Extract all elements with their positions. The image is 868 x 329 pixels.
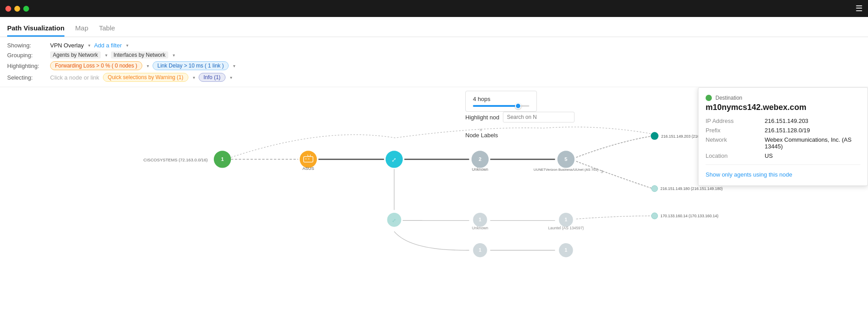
dest-node-1[interactable] <box>651 132 658 139</box>
tab-path-visualization[interactable]: Path Visualization <box>7 24 64 37</box>
dest-node-2-label: 216.151.149.180 (216.151.149.180) <box>660 186 723 191</box>
node-2-label: 2 <box>479 156 481 162</box>
maximize-button[interactable] <box>23 6 29 12</box>
showing-label: Showing: <box>7 42 47 49</box>
info-pill[interactable]: Info (1) <box>199 73 226 82</box>
selecting-row: Selecting: Click a node or link Quick se… <box>7 72 861 83</box>
controls-bar: Showing: VPN Overlay ▾ Add a filter ▾ Gr… <box>0 37 868 87</box>
grouping2-arrow[interactable]: ▾ <box>173 53 175 58</box>
location-label: Location <box>706 152 759 159</box>
hops-slider-fill <box>473 105 518 107</box>
destination-name: m10nymcs142.webex.com <box>706 103 860 112</box>
highlighting-row: Highlighting: Forwarding Loss > 0 % ( 0 … <box>7 60 861 72</box>
hops-slider-thumb[interactable] <box>515 103 521 109</box>
node-1c-sublabel: Launtel (AS 134597) <box>548 226 584 230</box>
node-2-sublabel: Unknown <box>472 167 488 172</box>
source-label: CISCOSYSTEMS (72.163.0.0/16) <box>143 157 208 162</box>
asus-node-label: ASUS <box>302 166 314 171</box>
traffic-lights <box>5 6 29 12</box>
visualization-area: Showing data from 4 hops Highlight nod N… <box>0 87 868 329</box>
hops-label: 4 hops <box>473 96 529 102</box>
node-5-sublabel: UUNETVerizon Business/UUnet (AS 701) <box>534 168 599 172</box>
node-1-label: 1 <box>221 156 224 162</box>
hamburger-menu[interactable]: ☰ <box>855 4 863 13</box>
ip-address-label: IP Address <box>706 118 759 124</box>
edge-lower1 <box>394 232 469 250</box>
grouping1-tag[interactable]: Agents by Network <box>50 51 101 59</box>
showing-row: Showing: VPN Overlay ▾ Add a filter ▾ <box>7 41 861 50</box>
info-arrow[interactable]: ▾ <box>230 75 232 80</box>
edge-n1c-dest3 <box>576 216 653 219</box>
edge-n5-dest2 <box>576 161 653 189</box>
hops-panel: 4 hops <box>465 91 537 112</box>
selecting-label: Selecting: <box>7 74 47 81</box>
location-value: US <box>765 152 860 159</box>
grouping2-tag[interactable]: Interfaces by Network <box>111 51 168 59</box>
highlight1-arrow[interactable]: ▾ <box>147 63 149 68</box>
click-node-hint: Click a node or link <box>50 74 99 81</box>
quick-selections-pill[interactable]: Quick selections by Warning (1) <box>103 73 188 82</box>
grouping1-arrow[interactable]: ▾ <box>105 53 107 58</box>
highlight1-pill[interactable]: Forwarding Loss > 0 % ( 0 nodes ) <box>50 61 142 70</box>
x-mark: × <box>479 127 482 133</box>
hops-slider-track[interactable] <box>473 105 529 107</box>
highlight2-arrow[interactable]: ▾ <box>233 63 235 68</box>
tooltip-panel: Destination m10nymcs142.webex.com IP Add… <box>698 87 868 186</box>
tab-map[interactable]: Map <box>75 24 88 37</box>
tab-table[interactable]: Table <box>99 24 115 37</box>
highlight2-pill[interactable]: Link Delay > 10 ms ( 1 link ) <box>153 61 229 70</box>
destination-label: Destination <box>715 95 742 101</box>
expand2-icon: ⤢ <box>392 218 396 223</box>
dest-node-3[interactable] <box>651 213 658 219</box>
prefix-label: Prefix <box>706 127 759 134</box>
expand1-icon: ⤢ <box>391 156 396 163</box>
node-5-label: 5 <box>565 156 567 162</box>
node-1e-label: 1 <box>565 248 567 253</box>
header: Path Visualization Map Table <box>0 17 868 37</box>
showing-value: VPN Overlay <box>50 42 84 49</box>
network-label: Network <box>706 136 759 150</box>
titlebar: ☰ <box>0 0 868 17</box>
path-number-3: 3 <box>601 169 603 174</box>
main-content: Path Visualization Map Table Showing: VP… <box>0 17 868 329</box>
node-1b-sublabel: Unknown <box>472 226 488 230</box>
tooltip-action-link[interactable]: Show only agents using this node <box>706 171 792 178</box>
grouping-label: Grouping: <box>7 52 47 59</box>
showing-dropdown-arrow[interactable]: ▾ <box>88 43 90 48</box>
hops-slider-row <box>473 105 529 107</box>
node-1c-label: 1 <box>565 217 567 222</box>
destination-dot <box>706 95 712 101</box>
quick-selections-arrow[interactable]: ▾ <box>193 75 195 80</box>
node-asus[interactable] <box>300 151 317 168</box>
tooltip-divider <box>706 164 860 165</box>
close-button[interactable] <box>5 6 11 12</box>
add-filter-arrow[interactable]: ▾ <box>126 43 128 48</box>
node-1b-label: 1 <box>479 217 481 222</box>
ip-address-value: 216.151.149.203 <box>765 118 860 124</box>
node-1d-label: 1 <box>479 248 481 253</box>
add-filter-link[interactable]: Add a filter <box>94 42 122 49</box>
dest-node-2[interactable] <box>651 186 658 192</box>
highlighting-label: Highlighting: <box>7 63 47 69</box>
tooltip-fields: IP Address 216.151.149.203 Prefix 216.15… <box>706 118 860 159</box>
minimize-button[interactable] <box>14 6 20 12</box>
edge-n5-dest1 <box>576 136 653 157</box>
network-value: Webex Communications, Inc. (AS 13445) <box>765 136 860 150</box>
tooltip-header: Destination <box>706 95 860 101</box>
prefix-value: 216.151.128.0/19 <box>765 127 860 134</box>
tabs: Path Visualization Map Table <box>7 17 861 37</box>
dest-node-3-label: 170.133.160.14 (170.133.160.14) <box>660 214 719 218</box>
grouping-row: Grouping: Agents by Network ▾ Interfaces… <box>7 50 861 60</box>
